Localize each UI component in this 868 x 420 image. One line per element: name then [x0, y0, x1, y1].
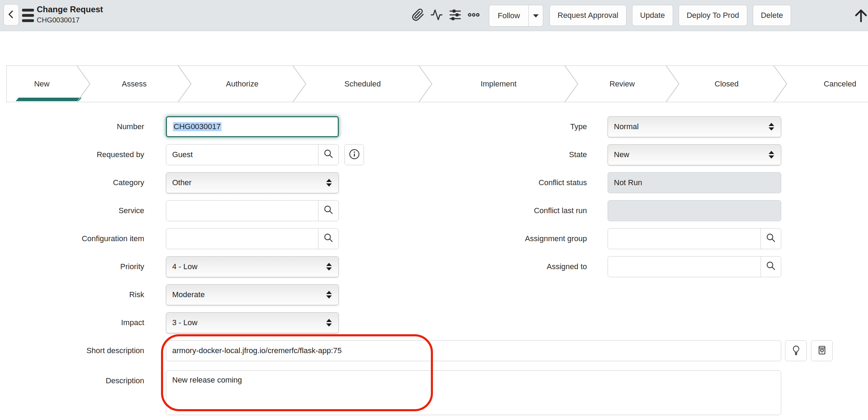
lightbulb-button[interactable]	[785, 340, 807, 361]
short-description-value: armory-docker-local.jfrog.io/cremerfc/fl…	[166, 346, 781, 355]
service-field[interactable]	[166, 200, 339, 221]
risk-label: Risk	[21, 284, 144, 305]
stage-chevron-separator	[774, 66, 787, 102]
active-stage-indicator	[16, 98, 82, 101]
description-field[interactable]: New release coming	[166, 370, 781, 415]
select-arrows-icon	[769, 123, 774, 131]
assignment-group-lookup-button[interactable]	[761, 229, 781, 249]
search-icon	[323, 204, 334, 217]
priority-select[interactable]: 4 - Low	[166, 256, 339, 277]
state-select[interactable]: New	[608, 144, 781, 165]
description-label: Description	[21, 370, 144, 391]
back-button[interactable]	[4, 4, 19, 26]
assigned-to-field[interactable]	[608, 256, 781, 277]
service-lookup-button[interactable]	[318, 201, 338, 221]
more-options-button[interactable]	[467, 8, 481, 22]
more-options-icon	[467, 8, 480, 22]
stage-chevron-separator	[666, 66, 679, 102]
arrow-up-icon	[853, 6, 868, 26]
requested-by-value: Guest	[166, 150, 318, 159]
assigned-to-label: Assigned to	[455, 256, 587, 277]
search-icon	[765, 260, 776, 273]
activity-stream-button[interactable]	[430, 8, 443, 22]
delete-button[interactable]: Delete	[753, 5, 791, 26]
priority-value: 4 - Low	[166, 262, 326, 271]
conflict-last-run-label: Conflict last run	[455, 200, 587, 221]
assignment-group-label: Assignment group	[455, 228, 587, 249]
category-value: Other	[166, 178, 326, 187]
stage-chevron-separator	[178, 66, 191, 102]
stage-authorize: Authorize	[191, 66, 306, 102]
configuration-item-lookup-button[interactable]	[318, 229, 338, 249]
assigned-to-lookup-button[interactable]	[761, 257, 781, 277]
stage-canceled: Canceled	[787, 66, 868, 102]
stage-chevron-separator	[77, 66, 90, 102]
follow-dropdown-button[interactable]	[528, 5, 543, 26]
follow-button[interactable]: Follow	[489, 5, 528, 26]
hamburger-menu-icon[interactable]	[22, 9, 35, 22]
short-description-field[interactable]: armory-docker-local.jfrog.io/cremerfc/fl…	[166, 340, 781, 361]
stage-label: New	[34, 79, 49, 89]
assignment-group-field[interactable]	[608, 228, 781, 249]
record-number: CHG0030017	[37, 15, 103, 25]
attachment-button[interactable]	[411, 8, 425, 22]
requested-by-lookup-button[interactable]	[318, 145, 338, 165]
deploy-to-prod-button[interactable]: Deploy To Prod	[679, 5, 747, 26]
requested-by-info-button[interactable]	[344, 144, 364, 165]
state-value: New	[608, 150, 769, 159]
configuration-item-label: Configuration item	[21, 228, 144, 249]
conflict-last-run-field	[608, 200, 781, 221]
category-label: Category	[21, 172, 144, 193]
stage-label: Implement	[481, 79, 517, 89]
state-label: State	[455, 144, 587, 165]
search-icon	[323, 148, 334, 161]
stage-label: Assess	[122, 79, 147, 89]
stage-implement: Implement	[432, 66, 578, 102]
conflict-status-field: Not Run	[608, 172, 781, 193]
impact-select[interactable]: 3 - Low	[166, 312, 339, 333]
update-button[interactable]: Update	[632, 5, 673, 26]
description-value: New release coming	[166, 371, 781, 385]
activity-stream-icon	[430, 8, 443, 22]
request-approval-button[interactable]: Request Approval	[550, 5, 626, 26]
stage-label: Scheduled	[344, 79, 381, 89]
title-block: Change Request CHG0030017	[37, 4, 103, 25]
requested-by-label: Requested by	[21, 144, 144, 165]
conflict-status-label: Conflict status	[455, 172, 587, 193]
info-icon	[349, 148, 360, 161]
header-icon-buttons	[411, 8, 481, 22]
risk-value: Moderate	[166, 290, 326, 299]
number-field[interactable]: CHG0030017	[166, 116, 339, 137]
chevron-left-icon	[6, 9, 17, 21]
stage-new: New	[7, 66, 90, 102]
short-description-label: Short description	[21, 340, 144, 361]
follow-split-button: Follow	[489, 5, 543, 27]
stage-label: Authorize	[226, 79, 259, 89]
selected-text: CHG0030017	[173, 122, 222, 131]
impact-label: Impact	[21, 312, 144, 333]
lightbulb-icon	[791, 345, 802, 357]
stage-chevron-separator	[565, 66, 578, 102]
service-label: Service	[21, 200, 144, 221]
search-icon	[323, 232, 334, 245]
stage-chevron-separator	[293, 66, 306, 102]
page-title: Change Request	[37, 4, 103, 15]
risk-select[interactable]: Moderate	[166, 284, 339, 305]
personalize-form-button[interactable]	[448, 8, 462, 22]
scroll-to-top-button[interactable]	[854, 6, 868, 25]
type-select[interactable]: Normal	[608, 116, 781, 137]
configuration-item-field[interactable]	[166, 228, 339, 249]
header-bar: Change Request CHG0030017 Follow Request…	[0, 0, 868, 31]
requested-by-field[interactable]: Guest	[166, 144, 339, 165]
category-select[interactable]: Other	[166, 172, 339, 193]
priority-label: Priority	[21, 256, 144, 277]
select-arrows-icon	[326, 291, 332, 299]
select-arrows-icon	[326, 319, 332, 327]
attachment-icon	[412, 8, 425, 22]
select-arrows-icon	[326, 263, 332, 271]
type-value: Normal	[608, 122, 769, 131]
stage-label: Closed	[715, 79, 738, 89]
type-label: Type	[455, 116, 587, 137]
knowledge-book-button[interactable]	[811, 340, 833, 361]
number-label: Number	[21, 116, 144, 137]
